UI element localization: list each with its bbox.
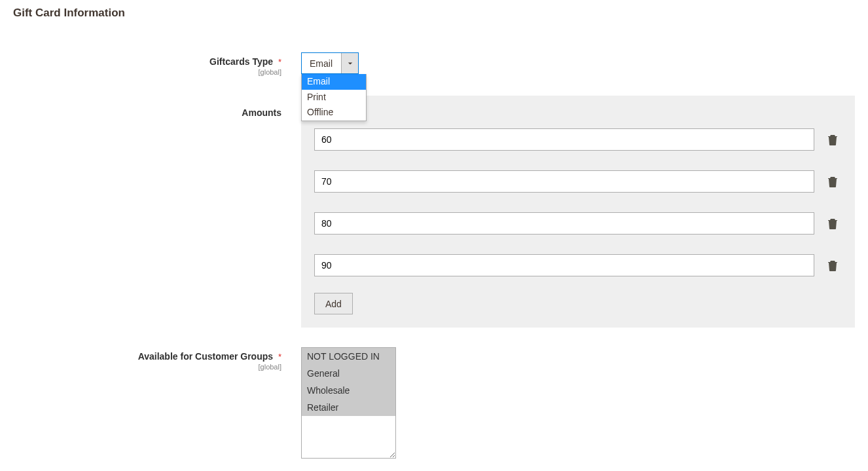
trash-icon bbox=[827, 176, 838, 187]
select-value: Email bbox=[302, 53, 341, 73]
customer-group-option[interactable]: Retailer bbox=[302, 399, 395, 416]
delete-amount-button[interactable] bbox=[823, 217, 842, 229]
customer-group-option[interactable]: Wholesale bbox=[302, 382, 395, 399]
delete-amount-button[interactable] bbox=[823, 176, 842, 187]
row-amounts: Amounts Add bbox=[13, 96, 855, 328]
amount-input[interactable] bbox=[314, 212, 814, 235]
label-text: Available for Customer Groups bbox=[138, 351, 273, 362]
customer-group-option[interactable]: General bbox=[302, 365, 395, 382]
customer-group-option[interactable]: NOT LOGGED IN bbox=[302, 348, 395, 365]
amount-input[interactable] bbox=[314, 128, 814, 151]
label-text: Giftcards Type bbox=[209, 56, 273, 67]
dropdown-option-print[interactable]: Print bbox=[302, 90, 366, 105]
section-title: Gift Card Information bbox=[13, 7, 855, 20]
select-toggle-button[interactable] bbox=[341, 53, 358, 73]
dropdown-option-offline[interactable]: Offline bbox=[302, 105, 366, 121]
giftcards-type-select[interactable]: Email EmailPrintOffline bbox=[301, 52, 359, 74]
add-amount-button[interactable]: Add bbox=[314, 293, 353, 314]
chevron-down-icon bbox=[348, 61, 353, 66]
field-giftcards-type: Email EmailPrintOffline bbox=[301, 52, 855, 74]
label-scope: [global] bbox=[13, 68, 281, 76]
trash-icon bbox=[827, 134, 838, 145]
delete-amount-button[interactable] bbox=[823, 259, 842, 271]
amount-row bbox=[314, 212, 842, 235]
required-mark: * bbox=[278, 352, 281, 362]
giftcards-type-dropdown: EmailPrintOffline bbox=[301, 74, 367, 121]
label-customer-groups: Available for Customer Groups * [global] bbox=[13, 347, 301, 371]
row-giftcards-type: Giftcards Type * [global] Email EmailPri… bbox=[13, 52, 855, 76]
amount-input[interactable] bbox=[314, 254, 814, 276]
label-amounts: Amounts bbox=[13, 96, 301, 118]
amounts-header-spacer bbox=[314, 109, 842, 128]
amount-input[interactable] bbox=[314, 170, 814, 193]
select-display[interactable]: Email bbox=[301, 52, 359, 74]
label-giftcards-type: Giftcards Type * [global] bbox=[13, 52, 301, 76]
delete-amount-button[interactable] bbox=[823, 134, 842, 145]
required-mark: * bbox=[278, 57, 281, 67]
label-text: Amounts bbox=[242, 107, 281, 118]
row-customer-groups: Available for Customer Groups * [global]… bbox=[13, 347, 855, 459]
dropdown-option-email[interactable]: Email bbox=[302, 74, 366, 90]
amount-row bbox=[314, 170, 842, 193]
trash-icon bbox=[827, 259, 838, 271]
amount-row bbox=[314, 254, 842, 276]
amount-row bbox=[314, 128, 842, 151]
field-customer-groups: NOT LOGGED INGeneralWholesaleRetailer bbox=[301, 347, 855, 459]
customer-groups-multiselect[interactable]: NOT LOGGED INGeneralWholesaleRetailer bbox=[301, 347, 396, 459]
amounts-container: Add bbox=[301, 96, 855, 328]
trash-icon bbox=[827, 217, 838, 229]
label-scope: [global] bbox=[13, 363, 281, 371]
field-amounts: Add bbox=[301, 96, 855, 328]
